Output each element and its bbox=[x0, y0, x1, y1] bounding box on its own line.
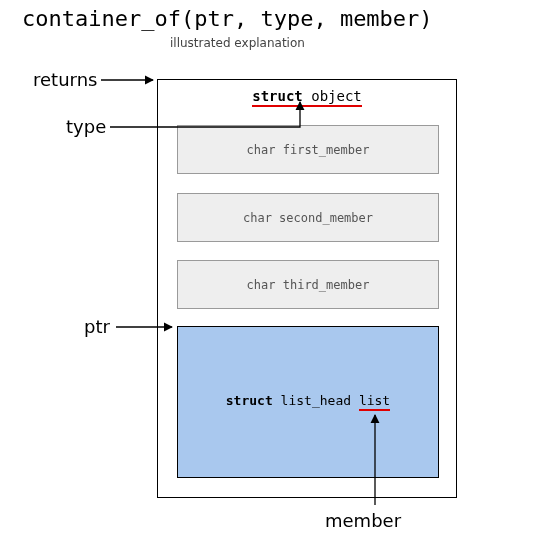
member-second: char second_member bbox=[177, 193, 439, 242]
member-list-box: struct list_head list bbox=[177, 326, 439, 478]
label-member: member bbox=[325, 510, 401, 531]
member-first: char first_member bbox=[177, 125, 439, 174]
label-type: type bbox=[66, 116, 106, 137]
list-name: list bbox=[359, 393, 390, 411]
label-returns: returns bbox=[33, 69, 97, 90]
diagram-subtitle: illustrated explanation bbox=[170, 36, 305, 50]
struct-keyword: struct bbox=[252, 88, 303, 104]
list-struct-keyword: struct bbox=[226, 393, 273, 408]
struct-title: struct object bbox=[158, 88, 456, 107]
struct-name: object bbox=[311, 88, 362, 104]
struct-object-box: struct object char first_member char sec… bbox=[157, 79, 457, 498]
diagram-title: container_of(ptr, type, member) bbox=[22, 6, 433, 31]
label-ptr: ptr bbox=[84, 316, 110, 337]
list-type: list_head bbox=[281, 393, 351, 408]
member-third: char third_member bbox=[177, 260, 439, 309]
